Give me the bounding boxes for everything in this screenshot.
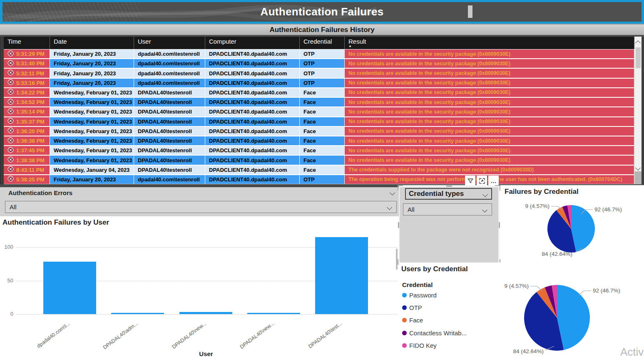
selection-handle[interactable] bbox=[499, 222, 500, 228]
column-header-credential[interactable]: Credential bbox=[300, 37, 345, 49]
bar-DPADAL40\test...[interactable] bbox=[315, 237, 368, 314]
error-icon bbox=[7, 137, 14, 145]
dashboard-root: Authentication Failures Authentication F… bbox=[0, 0, 644, 359]
table-scrollbar[interactable] bbox=[634, 37, 642, 171]
filter-icon[interactable] bbox=[465, 176, 475, 186]
computer-cell: DPADCLIENT40.dpadal40.com bbox=[205, 127, 300, 136]
computer-cell: DPADCLIENT40.dpadal40.com bbox=[205, 156, 300, 164]
user-cell: dpadal40.com\testenroll bbox=[134, 69, 205, 77]
computer-cell: DPADCLIENT40.dpadal40.com bbox=[205, 117, 300, 126]
column-header-computer[interactable]: Computer bbox=[205, 37, 300, 49]
user-cell: DPADAL40\testenroll bbox=[134, 156, 205, 164]
time-cell: 1:34:52 PM bbox=[4, 98, 50, 106]
y-axis-tick: 100 bbox=[2, 244, 13, 250]
table-row[interactable]: 5:33:16 PMFriday, January 20, 2023dpadal… bbox=[4, 79, 634, 88]
error-icon bbox=[7, 176, 14, 183]
error-icon bbox=[7, 156, 14, 164]
computer-cell: DPADCLIENT40.dpadal40.com bbox=[205, 88, 300, 97]
table-row[interactable]: 5:38:25 PMFriday, January 20, 2023dpadal… bbox=[4, 175, 634, 184]
chevron-down-icon bbox=[482, 192, 488, 197]
time-cell: 5:31:40 PM bbox=[4, 59, 50, 68]
selection-handle[interactable] bbox=[398, 185, 403, 191]
computer-cell: DPADCLIENT40.dpadal40.com bbox=[205, 175, 300, 184]
slicer-label: Credential types bbox=[409, 190, 464, 198]
column-header-result[interactable]: Result▲ bbox=[345, 37, 634, 49]
error-icon bbox=[7, 127, 14, 135]
pie-chart: 92 (46.7%)84 (42.64%)9 (4.57%) bbox=[500, 185, 644, 262]
table-row[interactable]: 5:31:29 PMFriday, January 20, 2023dpadal… bbox=[4, 50, 634, 59]
right-edge-texture bbox=[642, 37, 644, 184]
table-row[interactable]: 1:37:45 PMWednesday, February 01, 2023DP… bbox=[4, 146, 634, 156]
table-row[interactable]: 1:35:37 PMWednesday, February 01, 2023DP… bbox=[4, 117, 634, 127]
credential-cell: Face bbox=[300, 98, 345, 106]
table-row[interactable]: 8:43:11 PMWednesday, January 04, 2023DPA… bbox=[4, 166, 634, 175]
gridline bbox=[16, 314, 398, 314]
selection-handle[interactable] bbox=[446, 186, 452, 187]
date-cell: Wednesday, February 01, 2023 bbox=[50, 156, 134, 164]
bar-DPADAL40\adm...[interactable] bbox=[111, 313, 164, 314]
bar-DPADAL40\new...[interactable] bbox=[179, 312, 232, 314]
error-icon bbox=[7, 166, 14, 173]
credential-types-slicer: Credential types All bbox=[400, 187, 498, 262]
table-row[interactable]: 1:34:52 PMWednesday, February 01, 2023DP… bbox=[4, 98, 634, 107]
result-cell: No credentials are available in the secu… bbox=[345, 50, 634, 58]
result-cell: No credentials are available in the secu… bbox=[345, 79, 634, 87]
date-cell: Friday, January 20, 2023 bbox=[50, 50, 134, 58]
date-cell: Wednesday, January 04, 2023 bbox=[50, 166, 134, 174]
auth-errors-dropdown[interactable]: All bbox=[5, 201, 397, 213]
computer-cell: DPADCLIENT40.dpadal40.com bbox=[205, 166, 300, 174]
result-cell: No credentials are available in the secu… bbox=[345, 98, 634, 106]
table-row[interactable]: 5:31:40 PMFriday, January 20, 2023dpadal… bbox=[4, 59, 634, 69]
table-row[interactable]: 1:38:38 PMWednesday, February 01, 2023DP… bbox=[4, 156, 634, 165]
time-cell: 1:34:22 PM bbox=[4, 88, 50, 97]
bar-DPADAL40\new...[interactable] bbox=[247, 313, 300, 314]
selection-handle[interactable] bbox=[398, 222, 399, 228]
table-row[interactable]: 1:34:22 PMWednesday, February 01, 2023DP… bbox=[4, 88, 634, 98]
table-row[interactable]: 5:32:11 PMFriday, January 20, 2023dpadal… bbox=[4, 69, 634, 78]
credential-cell: OTP bbox=[300, 59, 345, 68]
computer-cell: DPADCLIENT40.dpadal40.com bbox=[205, 146, 300, 155]
callout-line bbox=[579, 291, 591, 295]
data-label: 9 (4.57%) bbox=[504, 283, 529, 289]
computer-cell: DPADCLIENT40.dpadal40.com bbox=[205, 136, 300, 145]
credential-cell: OTP bbox=[300, 69, 345, 77]
table-row[interactable]: 1:36:20 PMWednesday, February 01, 2023DP… bbox=[4, 127, 634, 136]
date-cell: Friday, January 20, 2023 bbox=[50, 59, 134, 68]
chevron-down-icon[interactable] bbox=[390, 190, 395, 196]
error-icon bbox=[7, 108, 14, 116]
date-cell: Wednesday, February 01, 2023 bbox=[50, 117, 134, 126]
credential-types-dropdown[interactable]: All bbox=[403, 203, 492, 215]
data-label: 92 (46.7%) bbox=[594, 206, 622, 213]
more-options-icon[interactable]: … bbox=[488, 176, 499, 186]
date-cell: Wednesday, February 01, 2023 bbox=[50, 88, 134, 97]
chevron-down-icon bbox=[387, 205, 392, 210]
result-cell: No credentials are available in the secu… bbox=[345, 136, 634, 145]
scrollbar-thumb[interactable] bbox=[636, 47, 641, 68]
scrollbar-footer bbox=[634, 171, 642, 184]
scroll-up-icon[interactable] bbox=[636, 39, 640, 43]
bar-dpadal40.com\t...[interactable] bbox=[43, 262, 96, 314]
focus-mode-icon[interactable] bbox=[477, 176, 487, 186]
credential-cell: Face bbox=[300, 146, 345, 155]
column-header-time[interactable]: Time bbox=[4, 37, 50, 49]
table-row[interactable]: 1:35:14 PMWednesday, February 01, 2023DP… bbox=[4, 107, 634, 117]
user-cell: dpadal40.com\testenroll bbox=[134, 59, 205, 68]
column-header-user[interactable]: User bbox=[134, 37, 205, 49]
column-header-date[interactable]: Date bbox=[50, 37, 134, 49]
selection-handle[interactable] bbox=[495, 185, 500, 191]
result-cell: No credentials are available in the secu… bbox=[345, 146, 634, 155]
result-cell: No credentials are available in the secu… bbox=[345, 117, 634, 126]
error-icon bbox=[7, 50, 14, 58]
data-label: 9 (4.57%) bbox=[525, 203, 550, 209]
scroll-down-icon[interactable] bbox=[636, 164, 640, 168]
computer-cell: DPADCLIENT40.dpadal40.com bbox=[205, 50, 300, 58]
credential-types-selected-value: All bbox=[408, 206, 415, 213]
pie-slice-Password[interactable] bbox=[557, 285, 590, 350]
user-cell: DPADAL40\testenroll bbox=[134, 107, 205, 116]
users-by-credential-chart: Users by Credential Credential PasswordO… bbox=[399, 262, 644, 359]
credential-cell: Face bbox=[300, 88, 345, 97]
time-cell: 8:43:11 PM bbox=[4, 166, 50, 174]
table-row[interactable]: 1:36:38 PMWednesday, February 01, 2023DP… bbox=[4, 136, 634, 146]
credential-types-header[interactable]: Credential types bbox=[405, 188, 492, 200]
chevron-down-icon bbox=[482, 207, 487, 213]
